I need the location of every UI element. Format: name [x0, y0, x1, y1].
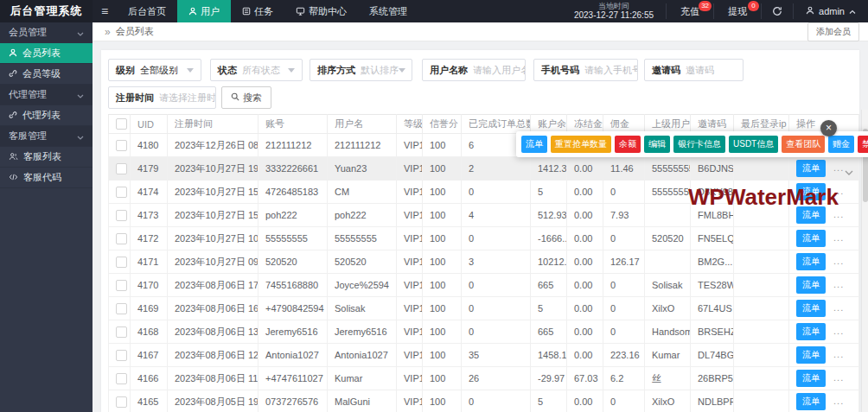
cell-actions: 流单 ...	[789, 367, 859, 390]
invite-code-input[interactable]	[686, 65, 743, 75]
local-time: 当地时间 2023-12-27 11:26:55	[562, 0, 666, 22]
flow-order-button[interactable]: 流单	[796, 276, 826, 294]
recharge-button[interactable]: 充值 32	[667, 0, 713, 22]
row-checkbox[interactable]	[116, 163, 127, 174]
sidebar-item-support-code[interactable]: 客服代码	[0, 168, 93, 188]
table-row: 4165 2023年08月05日 19:31:21 0737276576 Mal…	[109, 390, 859, 412]
search-button[interactable]: 搜索	[221, 86, 271, 109]
cell-parent-user: 丝	[645, 367, 691, 390]
filter-sort-select[interactable]: 排序方式 默认排序	[310, 59, 412, 81]
cell-balance: -29.97	[531, 367, 567, 390]
hamburger-icon[interactable]: ≡	[93, 0, 117, 22]
row-checkbox[interactable]	[116, 280, 127, 291]
row-checkbox[interactable]	[116, 326, 127, 338]
more-actions-button[interactable]: ...	[833, 162, 844, 173]
filter-label: 手机号码	[534, 64, 584, 77]
more-actions-button[interactable]: ...	[833, 302, 844, 313]
column-header[interactable]: 信誉分	[423, 115, 462, 134]
flow-order-button[interactable]: 流单	[796, 300, 826, 317]
sidebar-group-support-management[interactable]: 客服管理	[0, 126, 93, 147]
more-actions-button[interactable]: ...	[833, 396, 844, 406]
more-actions-button[interactable]: ...	[833, 256, 844, 266]
more-actions-button[interactable]: ...	[833, 279, 844, 289]
column-header[interactable]: 账号	[258, 115, 328, 134]
row-action-button[interactable]: 赠金	[828, 136, 854, 153]
row-action-button[interactable]: 银行卡信息	[673, 136, 725, 153]
filter-row-1: 级别 全部级别 状态 所有状态 排序方式 默认排序 用户名称	[108, 59, 852, 81]
sidebar-group-member-management[interactable]: 会员管理	[0, 22, 93, 43]
more-actions-button[interactable]: ...	[833, 372, 844, 383]
row-action-button[interactable]: USDT信息	[729, 136, 778, 153]
sidebar-item-member-level[interactable]: 会员等级	[0, 64, 93, 85]
column-header[interactable]: 注册时间	[168, 115, 258, 134]
row-action-button[interactable]: 查看团队	[782, 136, 825, 153]
cell-username: Yuan23	[328, 157, 397, 181]
sidebar-group-agent-management[interactable]: 代理管理	[0, 85, 93, 105]
row-action-toolbar: 流单重置抢单数量余额编辑银行卡信息USDT信息查看团队赠金禁用禁止抢单禁止提现删…	[516, 131, 868, 157]
sidebar-item-member-list[interactable]: 会员列表	[0, 43, 93, 64]
row-checkbox[interactable]	[116, 350, 127, 361]
row-action-button[interactable]: 禁用	[858, 136, 868, 153]
cell-level: VIP1	[397, 274, 423, 297]
row-expand-chevron-icon[interactable]	[845, 163, 853, 179]
cell-reg-time: 2023年12月26日 08:35:25	[168, 134, 258, 157]
filter-status-select[interactable]: 状态 所有状态	[210, 59, 303, 81]
row-action-button[interactable]: 余额	[615, 136, 641, 153]
sidebar-item-support-list[interactable]: 客服列表	[0, 147, 93, 168]
flow-order-button[interactable]: 流单	[796, 346, 826, 364]
row-action-button[interactable]: 重置抢单数量	[551, 136, 611, 153]
flow-order-button[interactable]: 流单	[796, 230, 826, 247]
more-actions-button[interactable]: ...	[833, 349, 844, 359]
phone-input[interactable]	[584, 65, 637, 75]
link-icon	[9, 111, 17, 121]
row-checkbox[interactable]	[116, 140, 127, 151]
more-actions-button[interactable]: ...	[833, 326, 844, 336]
column-header[interactable]: 等级	[397, 115, 423, 134]
flow-order-button[interactable]: 流单	[796, 393, 826, 410]
user-icon	[188, 7, 197, 16]
reg-time-input[interactable]	[159, 92, 215, 103]
row-checkbox[interactable]	[116, 373, 127, 384]
row-checkbox[interactable]	[116, 233, 127, 244]
cell-credit-score: 100	[423, 134, 462, 157]
row-checkbox[interactable]	[116, 396, 127, 408]
menu-item-users[interactable]: 用户	[177, 0, 231, 22]
cell-level: VIP1	[397, 134, 423, 157]
row-action-button[interactable]: 编辑	[644, 136, 670, 153]
menu-item-tasks[interactable]: 任务	[231, 0, 284, 22]
menu-item-help-center[interactable]: 帮助中心	[284, 0, 358, 22]
row-checkbox[interactable]	[116, 210, 127, 221]
column-header[interactable]: 用户名	[328, 115, 397, 134]
select-all-checkbox[interactable]	[116, 118, 127, 130]
add-member-button[interactable]: 添加会员	[807, 22, 859, 41]
flow-order-button[interactable]: 流单	[796, 253, 826, 270]
close-icon[interactable]: ×	[820, 120, 837, 136]
cell-frozen-amount: 0.00	[567, 344, 603, 367]
username-input[interactable]	[473, 65, 525, 75]
flow-order-button[interactable]: 流单	[796, 323, 826, 340]
filter-label: 状态	[211, 64, 242, 77]
cell-completed-orders: 2	[462, 157, 531, 181]
cell-account: 3332226661	[258, 157, 328, 181]
menu-item-system[interactable]: 系统管理	[358, 0, 418, 22]
cell-credit-score: 100	[423, 344, 462, 367]
more-actions-button[interactable]: ...	[833, 232, 844, 243]
cell-level: VIP1	[397, 204, 423, 227]
cell-completed-orders: 0	[462, 390, 531, 412]
sidebar-item-agent-list[interactable]: 代理列表	[0, 105, 93, 126]
filter-value: 全部级别	[140, 64, 178, 77]
row-action-button[interactable]: 流单	[521, 136, 547, 153]
refresh-icon[interactable]	[762, 0, 793, 22]
flow-order-button[interactable]: 流单	[796, 160, 826, 177]
user-menu[interactable]: admin	[794, 0, 868, 22]
menu-item-dashboard[interactable]: 后台首页	[117, 0, 177, 22]
row-checkbox[interactable]	[116, 257, 127, 268]
filter-level-select[interactable]: 级别 全部级别	[108, 59, 201, 81]
withdraw-button[interactable]: 提现 0	[714, 0, 761, 22]
column-header[interactable]: UID	[131, 115, 168, 134]
row-checkbox[interactable]	[116, 187, 127, 198]
row-checkbox[interactable]	[116, 303, 127, 314]
flow-order-button[interactable]: 流单	[796, 370, 826, 387]
sidebar-item-label: 客服列表	[23, 150, 61, 163]
filter-row-2: 注册时间 搜索	[108, 86, 852, 109]
